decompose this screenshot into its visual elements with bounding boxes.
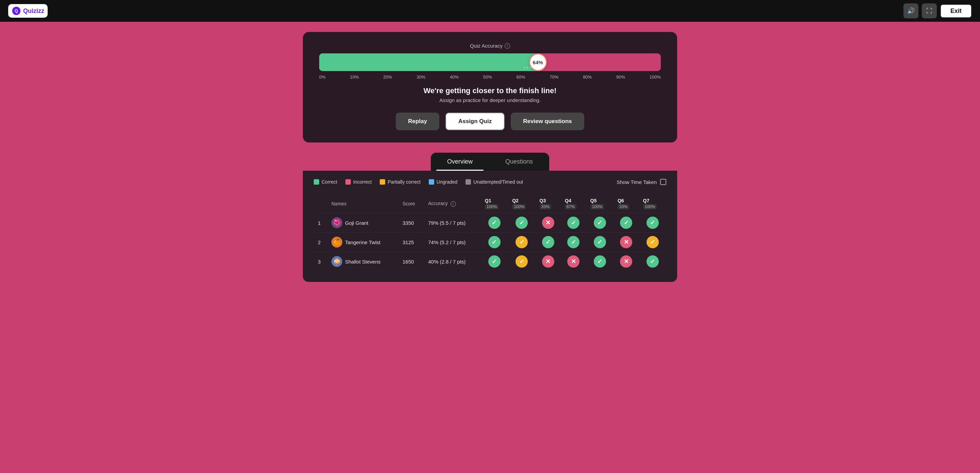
player-1-q4-answer: ✓ (561, 213, 586, 233)
exit-button[interactable]: Exit (940, 4, 972, 18)
action-buttons: Replay Assign Quiz Review questions (319, 113, 661, 130)
review-questions-button[interactable]: Review questions (511, 113, 584, 130)
status-icon: ✓ (594, 236, 606, 248)
q6-header: Q6 33% (614, 195, 639, 213)
status-icon: ✕ (542, 217, 554, 229)
table-header-row: Names Score Accuracy i Q1 100% Q2 100% (314, 195, 666, 213)
q2-label: Q2 (512, 198, 531, 203)
label-70: 70% (550, 75, 558, 79)
accuracy-info-icon[interactable]: i (504, 43, 510, 49)
tab-questions[interactable]: Questions (489, 153, 549, 171)
legend-unattempted-dot (466, 179, 471, 185)
legend-ungraded: Ungraded (429, 179, 458, 185)
progress-bar-container: 64% (319, 53, 661, 71)
q1-header: Q1 100% (481, 195, 508, 213)
show-time-label: Show Time Taken (617, 179, 657, 185)
tabs-bar: Overview Questions (303, 153, 677, 171)
legend-unattempted-label: Unattempted/Timed out (473, 179, 523, 185)
player-2-q5-answer: ✓ (586, 233, 614, 252)
status-icon: ✓ (488, 256, 501, 268)
col-rank (314, 195, 327, 213)
accuracy-label-text: Quiz Accuracy (470, 43, 503, 49)
label-30: 30% (417, 75, 425, 79)
tab-overview[interactable]: Overview (431, 153, 489, 171)
player-name-1: 🌺 Goji Grant (327, 213, 398, 233)
tabs-container: Overview Questions (431, 153, 549, 171)
status-icon: ✓ (567, 217, 579, 229)
player-3-q5-answer: ✓ (586, 252, 614, 271)
player-accuracy-3: 40% (2.8 / 7 pts) (424, 252, 481, 271)
tab-questions-label: Questions (505, 158, 533, 165)
q4-header: Q4 67% (561, 195, 586, 213)
legend-correct: Correct (314, 179, 337, 185)
label-90: 90% (616, 75, 625, 79)
player-2-q1-answer: ✓ (481, 233, 508, 252)
player-rank-3: 3 (314, 252, 327, 271)
closer-text: We're getting closer to the finish line! (319, 86, 661, 95)
status-icon: ✕ (620, 256, 632, 268)
label-80: 80% (583, 75, 592, 79)
volume-icon: 🔊 (907, 7, 915, 14)
player-3-q2-answer: ✓ (508, 252, 535, 271)
legend-partial-label: Partially correct (388, 179, 420, 185)
player-score-1: 3350 (398, 213, 424, 233)
status-icon: ✓ (515, 217, 528, 229)
player-name-text-3: Shallot Stevens (345, 259, 380, 265)
label-50: 50% (483, 75, 492, 79)
player-3-q1-answer: ✓ (481, 252, 508, 271)
table-row: 1 🌺 Goji Grant 335079% (5.5 / 7 pts)✓✓✕✓… (314, 213, 666, 233)
table-row: 2 🍊 Tangerine Twist 312574% (5.2 / 7 pts… (314, 233, 666, 252)
q5-header: Q5 100% (586, 195, 614, 213)
tabs-section: Overview Questions Correct Incorrect (303, 153, 677, 282)
accuracy-col-label: Accuracy (428, 201, 448, 206)
marker-dot-2 (527, 67, 528, 68)
page-content: Quiz Accuracy i 64% 0% 10% 20% 30% 40% 5… (0, 32, 980, 295)
player-2-q6-answer: ✕ (614, 233, 639, 252)
q7-header: Q7 100% (639, 195, 666, 213)
legend-correct-dot (314, 179, 319, 185)
label-40: 40% (450, 75, 459, 79)
replay-button[interactable]: Replay (396, 113, 439, 130)
player-name-text-2: Tangerine Twist (345, 240, 380, 245)
player-rank-2: 2 (314, 233, 327, 252)
player-score-3: 1650 (398, 252, 424, 271)
fullscreen-button[interactable]: ⛶ (922, 3, 937, 18)
legend-row: Correct Incorrect Partially correct Ungr… (314, 179, 666, 185)
topbar: Q Quizizz 🔊 ⛶ Exit (0, 0, 980, 22)
label-0: 0% (319, 75, 326, 79)
legend-ungraded-label: Ungraded (437, 179, 458, 185)
progress-badge: 64% (529, 53, 547, 71)
progress-bar-fill (319, 53, 538, 71)
q7-pct: 100% (643, 204, 657, 210)
accuracy-col-info[interactable]: i (450, 201, 456, 207)
assign-text: Assign as practice for deeper understand… (319, 97, 661, 103)
player-3-q3-answer: ✕ (536, 252, 561, 271)
volume-button[interactable]: 🔊 (904, 3, 918, 18)
status-icon: ✓ (646, 236, 659, 248)
label-10: 10% (350, 75, 359, 79)
player-avatar-1: 🌺 (331, 217, 342, 228)
progress-markers (524, 67, 531, 68)
svg-text:Q: Q (14, 8, 18, 13)
status-icon: ✓ (594, 256, 606, 268)
legend-correct-label: Correct (321, 179, 337, 185)
overview-panel: Correct Incorrect Partially correct Ungr… (303, 171, 677, 282)
player-name-text-1: Goji Grant (345, 220, 368, 226)
player-accuracy-1: 79% (5.5 / 7 pts) (424, 213, 481, 233)
q2-header: Q2 100% (508, 195, 535, 213)
q3-label: Q3 (540, 198, 557, 203)
q4-pct: 67% (565, 204, 576, 210)
show-time-taken-control: Show Time Taken (617, 179, 666, 185)
status-icon: ✕ (567, 256, 579, 268)
status-icon: ✓ (646, 256, 659, 268)
status-icon: ✓ (542, 236, 554, 248)
assign-quiz-button[interactable]: Assign Quiz (445, 113, 504, 130)
scores-table: Names Score Accuracy i Q1 100% Q2 100% (314, 195, 666, 271)
player-3-q6-answer: ✕ (614, 252, 639, 271)
legend-ungraded-dot (429, 179, 434, 185)
logo-text: Quizizz (23, 8, 44, 14)
player-avatar-3: 🧅 (331, 256, 342, 267)
show-time-checkbox[interactable] (660, 179, 666, 185)
player-1-q7-answer: ✓ (639, 213, 666, 233)
player-2-q3-answer: ✓ (536, 233, 561, 252)
